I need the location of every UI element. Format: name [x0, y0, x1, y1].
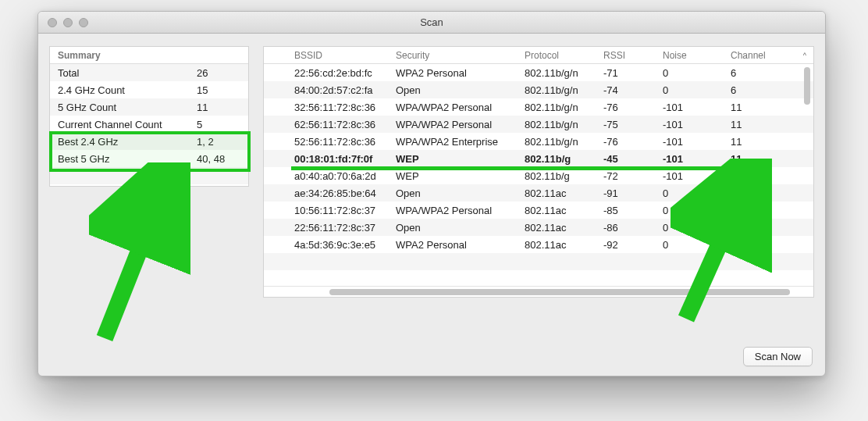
cell-spacer — [264, 202, 287, 219]
table-row[interactable]: 52:56:11:72:8c:36WPA/WPA2 Enterprise802.… — [264, 133, 813, 150]
cell-spacer — [264, 184, 287, 202]
cell-channel: 6 — [724, 81, 813, 98]
col-spacer — [264, 47, 287, 63]
cell-noise: 0 — [656, 236, 724, 253]
cell-security: WEP — [389, 150, 518, 167]
cell-security: Open — [389, 184, 518, 202]
horizontal-scroll-thumb[interactable] — [329, 289, 790, 295]
cell-bssid: 4a:5d:36:9c:3e:e5 — [287, 236, 389, 253]
cell-rssi: -71 — [596, 64, 656, 81]
cell-bssid: 84:00:2d:57:c2:fa — [287, 81, 389, 98]
cell-bssid: 22:56:11:72:8c:37 — [287, 219, 389, 236]
annotation-arrow-left — [89, 162, 190, 342]
table-header-row[interactable]: BSSID Security Protocol RSSI Noise Chann… — [264, 47, 813, 64]
cell-channel: 6 — [724, 64, 813, 81]
cell-channel: 11 — [724, 98, 813, 116]
summary-key: Best 2.4 GHz — [58, 136, 197, 148]
col-bssid[interactable]: BSSID — [287, 47, 389, 63]
cell-spacer — [264, 116, 287, 133]
cell-protocol: 802.11ac — [518, 202, 596, 219]
table-row[interactable]: 22:56:cd:2e:bd:fcWPA2 Personal802.11b/g/… — [264, 64, 813, 81]
cell-channel: 44 — [724, 219, 813, 236]
cell-bssid: 22:56:cd:2e:bd:fc — [287, 64, 389, 81]
zoom-icon[interactable] — [79, 18, 88, 27]
cell-bssid: 52:56:11:72:8c:36 — [287, 133, 389, 150]
table-row[interactable]: 10:56:11:72:8c:37WPA/WPA2 Personal802.11… — [264, 202, 813, 219]
summary-value: 15 — [197, 84, 240, 96]
table-row[interactable]: 00:18:01:fd:7f:0fWEP802.11b/g-45-10111 — [264, 150, 813, 167]
table-row[interactable]: a0:40:a0:70:6a:2dWEP802.11b/g-72-10111 — [264, 167, 813, 184]
col-noise[interactable]: Noise — [656, 47, 724, 63]
cell-rssi: -86 — [596, 219, 656, 236]
cell-noise: 0 — [656, 184, 724, 202]
cell-bssid: 10:56:11:72:8c:37 — [287, 202, 389, 219]
table-row[interactable]: 84:00:2d:57:c2:faOpen802.11b/g/n-7406 — [264, 81, 813, 98]
vertical-scrollbar[interactable] — [802, 50, 812, 284]
scan-now-button[interactable]: Scan Now — [743, 347, 813, 366]
summary-key: 5 GHz Count — [58, 102, 197, 113]
table-body[interactable]: 22:56:cd:2e:bd:fcWPA2 Personal802.11b/g/… — [264, 64, 813, 286]
summary-row: Best 5 GHz40, 48 — [50, 150, 248, 167]
window-title: Scan — [38, 16, 825, 28]
summary-row: Current Channel Count5 — [50, 116, 248, 133]
cell-rssi: -72 — [596, 167, 656, 184]
horizontal-scrollbar[interactable] — [264, 286, 813, 297]
summary-row: Best 2.4 GHz1, 2 — [50, 133, 248, 150]
table-row[interactable]: 32:56:11:72:8c:36WPA/WPA2 Personal802.11… — [264, 98, 813, 116]
scan-table: BSSID Security Protocol RSSI Noise Chann… — [263, 46, 814, 298]
summary-row: Total26 — [50, 64, 248, 81]
cell-rssi: -75 — [596, 116, 656, 133]
minimize-icon[interactable] — [63, 18, 73, 27]
cell-noise: 0 — [656, 81, 724, 98]
col-channel[interactable]: Channel ^ — [724, 47, 813, 63]
col-rssi[interactable]: RSSI — [596, 47, 656, 63]
cell-protocol: 802.11b/g/n — [518, 133, 596, 150]
summary-row: 2.4 GHz Count15 — [50, 81, 248, 98]
table-row[interactable]: 22:56:11:72:8c:37Open802.11ac-86044 — [264, 219, 813, 236]
table-row[interactable]: 62:56:11:72:8c:36WPA/WPA2 Personal802.11… — [264, 116, 813, 133]
summary-row-empty — [50, 167, 248, 184]
cell-noise: -101 — [656, 150, 724, 167]
cell-spacer — [264, 98, 287, 116]
cell-protocol: 802.11b/g/n — [518, 81, 596, 98]
summary-header: Summary — [50, 47, 248, 64]
cell-security: Open — [389, 81, 518, 98]
cell-security: WPA/WPA2 Personal — [389, 202, 518, 219]
summary-key: Best 5 GHz — [58, 153, 197, 165]
table-row[interactable]: 4a:5d:36:9c:3e:e5WPA2 Personal802.11ac-9… — [264, 236, 813, 253]
cell-protocol: 802.11b/g — [518, 167, 596, 184]
table-row[interactable]: ae:34:26:85:be:64Open802.11ac-91036 — [264, 184, 813, 202]
cell-protocol: 802.11ac — [518, 184, 596, 202]
summary-key: Total — [58, 67, 197, 79]
cell-security: WPA2 Personal — [389, 64, 518, 81]
close-icon[interactable] — [48, 18, 57, 27]
summary-row: 5 GHz Count11 — [50, 98, 248, 116]
vertical-scroll-thumb[interactable] — [804, 67, 810, 105]
col-security[interactable]: Security — [389, 47, 518, 63]
summary-value: 1, 2 — [197, 136, 240, 148]
summary-panel: Summary Total262.4 GHz Count155 GHz Coun… — [49, 46, 249, 187]
summary-value: 5 — [197, 119, 240, 130]
col-channel-label: Channel — [731, 50, 766, 61]
cell-protocol: 802.11ac — [518, 219, 596, 236]
col-protocol[interactable]: Protocol — [518, 47, 596, 63]
cell-bssid: 62:56:11:72:8c:36 — [287, 116, 389, 133]
traffic-lights — [38, 18, 88, 27]
cell-rssi: -45 — [596, 150, 656, 167]
cell-spacer — [264, 236, 287, 253]
cell-spacer — [264, 167, 287, 184]
cell-noise: -101 — [656, 133, 724, 150]
cell-rssi: -76 — [596, 133, 656, 150]
table-row-empty — [264, 270, 813, 286]
table-row-empty — [264, 253, 813, 270]
cell-noise: 0 — [656, 64, 724, 81]
cell-channel: 11 — [724, 116, 813, 133]
cell-channel: 11 — [724, 133, 813, 150]
cell-channel: 36 — [724, 184, 813, 202]
cell-noise: -101 — [656, 116, 724, 133]
cell-security: WPA2 Personal — [389, 236, 518, 253]
cell-spacer — [264, 64, 287, 81]
svg-line-0 — [105, 174, 169, 338]
cell-noise: -101 — [656, 98, 724, 116]
titlebar[interactable]: Scan — [38, 12, 825, 34]
